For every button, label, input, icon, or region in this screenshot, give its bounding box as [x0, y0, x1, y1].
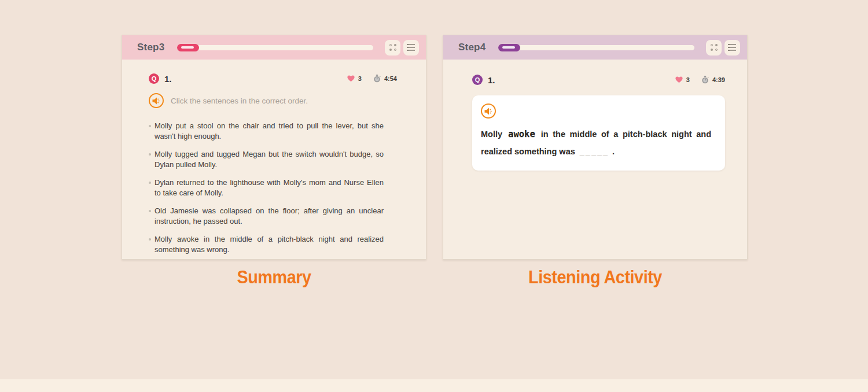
heart-icon [675, 76, 683, 83]
instruction-row: Click the sentences in the correct order… [149, 93, 397, 108]
step3-panel: Step3 Q 1. [122, 35, 426, 260]
page: Step3 Q 1. [0, 0, 868, 392]
timer-icon [373, 75, 381, 83]
step4-body: Q 1. 3 4:39 [443, 60, 747, 171]
sentence-list: Molly put a stool on the chair and tried… [149, 121, 397, 254]
listening-card: Mollyawokein the middle of a pitch-black… [472, 95, 725, 171]
grid-view-button[interactable] [706, 40, 722, 56]
sentence-option[interactable]: Old Jamesie was collapsed on the floor; … [149, 206, 384, 226]
lives-count: 3 [686, 76, 690, 83]
grid-icon [711, 44, 718, 51]
list-icon [407, 44, 415, 51]
step3-body: Q 1. 3 4:54 [122, 60, 426, 254]
heart-icon [347, 75, 355, 82]
timer-value: 4:39 [712, 76, 725, 83]
question-label-group: Q 1. [149, 73, 172, 84]
step-label: Step4 [458, 42, 486, 53]
progress-bar [498, 45, 694, 50]
question-label-group: Q 1. [472, 75, 495, 85]
audio-play-button[interactable] [149, 93, 164, 108]
listening-activity-caption: Listening Activity [453, 267, 737, 288]
speaker-icon [484, 108, 492, 115]
progress-bar [177, 45, 373, 50]
summary-caption: Summary [132, 267, 415, 288]
sentence-option[interactable]: Molly awoke in the middle of a pitch-bla… [149, 234, 384, 254]
question-badge: Q [149, 73, 159, 84]
question-number: 1. [488, 75, 495, 85]
grid-view-button[interactable] [385, 40, 400, 56]
list-view-button[interactable] [403, 40, 419, 56]
header-buttons [385, 40, 419, 56]
timer-value: 4:54 [384, 75, 397, 82]
header-buttons [706, 40, 740, 56]
question-number: 1. [164, 74, 172, 84]
cloze-answer[interactable]: awoke [508, 129, 535, 139]
step4-header: Step4 [443, 35, 747, 60]
question-stats: 3 4:54 [347, 75, 397, 83]
audio-play-button[interactable] [481, 103, 496, 119]
progress-fill [498, 44, 520, 51]
sentence-option[interactable]: Dylan returned to the lighthouse with Mo… [149, 177, 384, 198]
question-row: Q 1. 3 4:54 [149, 73, 397, 84]
cloze-blank[interactable]: _____ [580, 147, 609, 156]
timer-icon [701, 76, 709, 84]
step3-header: Step3 [122, 35, 426, 60]
lives-count: 3 [358, 75, 362, 82]
instruction-text: Click the sentences in the correct order… [171, 97, 308, 105]
step-label: Step3 [137, 42, 164, 53]
cloze-pre: Molly [481, 130, 502, 139]
progress-fill [177, 44, 198, 51]
list-icon [729, 44, 736, 51]
question-badge: Q [472, 75, 483, 85]
grid-icon [389, 44, 396, 51]
list-view-button[interactable] [724, 40, 740, 56]
footer-strip [0, 379, 868, 392]
step4-panel: Step4 Q 1. [443, 35, 748, 260]
sentence-option[interactable]: Molly put a stool on the chair and tried… [149, 121, 384, 141]
question-stats: 3 4:39 [675, 76, 725, 84]
cloze-period: . [612, 147, 615, 156]
sentence-option[interactable]: Molly tugged and tugged Megan but the sw… [149, 149, 384, 169]
cloze-sentence: Mollyawokein the middle of a pitch-black… [481, 125, 711, 160]
question-row: Q 1. 3 4:39 [472, 75, 725, 85]
speaker-icon [152, 97, 160, 105]
